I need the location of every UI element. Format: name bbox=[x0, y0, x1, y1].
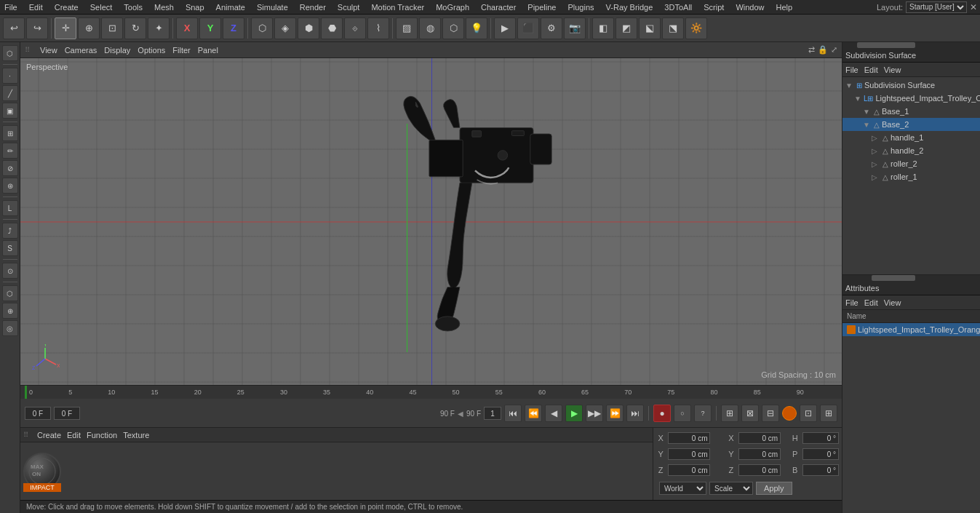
viewport-menu-filter[interactable]: Filter bbox=[172, 46, 190, 55]
playback-opt-3[interactable]: ⊟ bbox=[762, 405, 779, 422]
tool-left-5[interactable]: ✏ bbox=[2, 143, 18, 159]
playback-opt-1[interactable]: ⊞ bbox=[721, 405, 738, 422]
tool-left-9[interactable]: ⤴ bbox=[2, 223, 18, 239]
render-to-po-btn[interactable]: 📷 bbox=[564, 17, 586, 39]
tool-left-8[interactable]: L bbox=[2, 200, 18, 216]
layout-reset-icon[interactable]: ✕ bbox=[970, 2, 977, 12]
coord-sx-input[interactable] bbox=[738, 432, 781, 444]
tool-left-6[interactable]: ⊘ bbox=[2, 160, 18, 176]
menu-vray-bridge[interactable]: V-Ray Bridge bbox=[605, 3, 655, 12]
panel-scrollbar[interactable] bbox=[842, 275, 980, 281]
menu-mograph[interactable]: MoGraph bbox=[434, 3, 471, 12]
menu-tools[interactable]: Tools bbox=[122, 3, 144, 12]
axis-x-btn[interactable]: X bbox=[176, 17, 198, 39]
layout-select[interactable]: Startup [User] bbox=[906, 1, 967, 13]
tool-left-10[interactable]: S bbox=[2, 240, 18, 256]
tree-base-1[interactable]: ▼ △ Base_1 bbox=[842, 105, 980, 118]
object-manager-btn[interactable]: ⬡ bbox=[2, 45, 18, 61]
render-region-btn[interactable]: ⬛ bbox=[517, 17, 539, 39]
scale-tool-btn[interactable]: ⊡ bbox=[101, 17, 123, 39]
menu-simulate[interactable]: Simulate bbox=[255, 3, 290, 12]
menu-help[interactable]: Help bbox=[775, 3, 794, 12]
coord-z-input[interactable] bbox=[668, 464, 710, 476]
attr-menu-file[interactable]: File bbox=[845, 298, 859, 307]
snap3-btn[interactable]: ⬕ bbox=[639, 17, 661, 39]
menu-plugins[interactable]: Plugins bbox=[566, 3, 595, 12]
snap2-btn[interactable]: ◩ bbox=[616, 17, 637, 39]
viewport[interactable]: Perspective Grid Spacing : 10 cm X Y Z bbox=[20, 58, 842, 385]
menu-pipeline[interactable]: Pipeline bbox=[526, 3, 557, 12]
tool-left-11[interactable]: ⊙ bbox=[2, 263, 18, 279]
menu-character[interactable]: Character bbox=[479, 3, 517, 12]
menu-file[interactable]: File bbox=[3, 3, 19, 12]
tree-roller-1[interactable]: ▷ △ roller_1 bbox=[842, 170, 980, 183]
point-mode-left-btn[interactable]: · bbox=[2, 68, 18, 84]
coord-y-input[interactable] bbox=[668, 448, 710, 460]
viewport-icon-sync[interactable]: ⇄ bbox=[808, 45, 815, 55]
menu-select[interactable]: Select bbox=[89, 3, 114, 12]
point-mode-btn[interactable]: ⟐ bbox=[344, 17, 366, 39]
menu-edit[interactable]: Edit bbox=[28, 3, 44, 12]
scene-menu-file[interactable]: File bbox=[845, 65, 859, 74]
bottom-menu-function[interactable]: Function bbox=[87, 431, 117, 440]
tree-subdivision-surface[interactable]: ▼ ⊞ Subdivision Surface bbox=[842, 79, 980, 92]
transform-tool-btn[interactable]: ✦ bbox=[148, 17, 170, 39]
wireframe-mode-btn[interactable]: ⬡ bbox=[442, 17, 464, 39]
bottom-menu-create[interactable]: Create bbox=[37, 431, 61, 440]
tree-base-2[interactable]: ▼ △ Base_2 bbox=[842, 118, 980, 131]
viewport-menu-panel[interactable]: Panel bbox=[198, 46, 218, 55]
tool-left-4[interactable]: ⊞ bbox=[2, 125, 18, 141]
tool-left-12[interactable]: ⬡ bbox=[2, 285, 18, 301]
menu-sculpt[interactable]: Sculpt bbox=[336, 3, 362, 12]
coord-b-input[interactable] bbox=[802, 464, 839, 476]
material-item[interactable]: MAX ON IMPACT bbox=[23, 453, 61, 490]
panel-scroll-thumb[interactable] bbox=[872, 275, 915, 281]
select-tool-btn[interactable]: ✛ bbox=[55, 17, 76, 39]
attr-item-lightspeed[interactable]: Lightspeed_Impact_Trolley_Orang bbox=[842, 323, 980, 336]
snap-btn[interactable]: ◧ bbox=[592, 17, 614, 39]
menu-motion-tracker[interactable]: Motion Tracker bbox=[370, 3, 426, 12]
redo-button[interactable]: ↪ bbox=[26, 17, 48, 39]
coord-h-input[interactable] bbox=[802, 432, 839, 444]
lights-btn[interactable]: 💡 bbox=[466, 17, 487, 39]
render-btn[interactable]: ▶ bbox=[494, 17, 516, 39]
scene-scrollbar-top[interactable] bbox=[842, 42, 980, 48]
tool-left-7[interactable]: ⊛ bbox=[2, 178, 18, 194]
edge-mode-btn[interactable]: ◈ bbox=[274, 17, 296, 39]
viewport-menu-view[interactable]: View bbox=[40, 46, 57, 55]
scene-menu-view[interactable]: View bbox=[884, 65, 901, 74]
render-settings-btn[interactable]: ⚙ bbox=[541, 17, 562, 39]
menu-create[interactable]: Create bbox=[53, 3, 80, 12]
undo-button[interactable]: ↩ bbox=[3, 17, 25, 39]
transport-prev-keyframe-btn[interactable]: ⏪ bbox=[525, 405, 542, 422]
timeline-start-frame[interactable] bbox=[25, 407, 51, 420]
bottom-menu-edit[interactable]: Edit bbox=[67, 431, 81, 440]
menu-window[interactable]: Window bbox=[734, 3, 765, 12]
timeline-current-frame[interactable] bbox=[54, 407, 80, 420]
display-mode-btn[interactable]: ▨ bbox=[396, 17, 418, 39]
spline-mode-btn[interactable]: ⌇ bbox=[367, 17, 389, 39]
transport-next-keyframe-btn[interactable]: ⏩ bbox=[606, 405, 624, 422]
transport-next-frame-btn[interactable]: ▶▶ bbox=[586, 405, 603, 422]
attr-menu-view[interactable]: View bbox=[884, 298, 901, 307]
menu-3dtoall[interactable]: 3DToAll bbox=[663, 3, 693, 12]
attr-menu-edit[interactable]: Edit bbox=[864, 298, 878, 307]
playback-opt-6[interactable]: ⊞ bbox=[820, 405, 837, 422]
edge-mode-left-btn[interactable]: ╱ bbox=[2, 85, 18, 101]
tool-left-14[interactable]: ◎ bbox=[2, 320, 18, 336]
transport-play-btn[interactable]: ▶ bbox=[565, 405, 583, 422]
menu-render[interactable]: Render bbox=[298, 3, 327, 12]
tree-handle-2[interactable]: ▷ △ handle_2 bbox=[842, 144, 980, 157]
coord-sz-input[interactable] bbox=[738, 464, 781, 476]
coord-p-input[interactable] bbox=[802, 448, 839, 460]
shading-mode-btn[interactable]: ◍ bbox=[419, 17, 441, 39]
scale-select[interactable]: Scale bbox=[709, 482, 753, 495]
playback-opt-4[interactable] bbox=[782, 406, 797, 421]
playback-opt-5[interactable]: ⊡ bbox=[800, 405, 817, 422]
record-btn[interactable]: ● bbox=[653, 405, 671, 422]
tree-roller-2[interactable]: ▷ △ roller_2 bbox=[842, 157, 980, 170]
timeline-ruler[interactable]: 0 5 10 15 20 25 30 35 40 45 50 55 60 65 bbox=[20, 386, 842, 399]
tree-lightspeed[interactable]: ▼ L⊞ Lightspeed_Impact_Trolley_Oran bbox=[842, 92, 980, 105]
move-tool-btn[interactable]: ⊕ bbox=[78, 17, 100, 39]
playback-opt-2[interactable]: ⊠ bbox=[741, 405, 759, 422]
